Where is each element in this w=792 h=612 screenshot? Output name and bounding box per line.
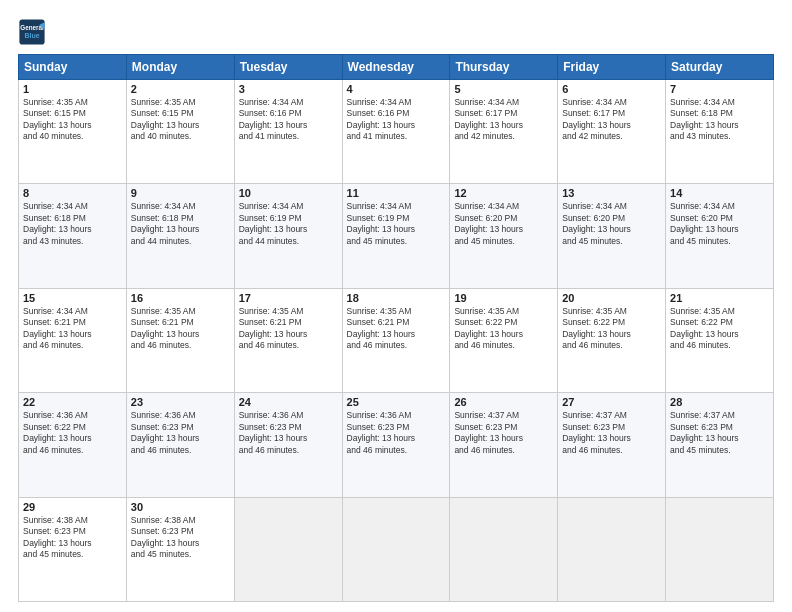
table-row: 13Sunrise: 4:34 AM Sunset: 6:20 PM Dayli… <box>558 184 666 288</box>
col-tuesday: Tuesday <box>234 55 342 80</box>
cell-info: Sunrise: 4:34 AM Sunset: 6:16 PM Dayligh… <box>347 97 446 143</box>
cell-info: Sunrise: 4:34 AM Sunset: 6:16 PM Dayligh… <box>239 97 338 143</box>
cell-info: Sunrise: 4:34 AM Sunset: 6:17 PM Dayligh… <box>454 97 553 143</box>
calendar-week-row: 22Sunrise: 4:36 AM Sunset: 6:22 PM Dayli… <box>19 393 774 497</box>
day-number: 29 <box>23 501 122 513</box>
cell-info: Sunrise: 4:34 AM Sunset: 6:20 PM Dayligh… <box>454 201 553 247</box>
day-number: 15 <box>23 292 122 304</box>
cell-info: Sunrise: 4:35 AM Sunset: 6:15 PM Dayligh… <box>131 97 230 143</box>
cell-info: Sunrise: 4:37 AM Sunset: 6:23 PM Dayligh… <box>670 410 769 456</box>
day-number: 24 <box>239 396 338 408</box>
logo: General Blue <box>18 18 50 46</box>
table-row: 20Sunrise: 4:35 AM Sunset: 6:22 PM Dayli… <box>558 288 666 392</box>
day-number: 30 <box>131 501 230 513</box>
day-number: 10 <box>239 187 338 199</box>
col-saturday: Saturday <box>666 55 774 80</box>
day-number: 23 <box>131 396 230 408</box>
day-number: 8 <box>23 187 122 199</box>
table-row <box>342 497 450 601</box>
table-row: 22Sunrise: 4:36 AM Sunset: 6:22 PM Dayli… <box>19 393 127 497</box>
day-number: 14 <box>670 187 769 199</box>
cell-info: Sunrise: 4:34 AM Sunset: 6:18 PM Dayligh… <box>670 97 769 143</box>
cell-info: Sunrise: 4:34 AM Sunset: 6:20 PM Dayligh… <box>562 201 661 247</box>
svg-text:Blue: Blue <box>24 32 39 39</box>
table-row: 18Sunrise: 4:35 AM Sunset: 6:21 PM Dayli… <box>342 288 450 392</box>
cell-info: Sunrise: 4:35 AM Sunset: 6:21 PM Dayligh… <box>131 306 230 352</box>
cell-info: Sunrise: 4:35 AM Sunset: 6:22 PM Dayligh… <box>454 306 553 352</box>
col-thursday: Thursday <box>450 55 558 80</box>
day-number: 1 <box>23 83 122 95</box>
table-row: 24Sunrise: 4:36 AM Sunset: 6:23 PM Dayli… <box>234 393 342 497</box>
logo-icon: General Blue <box>18 18 46 46</box>
day-number: 22 <box>23 396 122 408</box>
table-row: 7Sunrise: 4:34 AM Sunset: 6:18 PM Daylig… <box>666 80 774 184</box>
table-row: 2Sunrise: 4:35 AM Sunset: 6:15 PM Daylig… <box>126 80 234 184</box>
table-row: 19Sunrise: 4:35 AM Sunset: 6:22 PM Dayli… <box>450 288 558 392</box>
cell-info: Sunrise: 4:38 AM Sunset: 6:23 PM Dayligh… <box>131 515 230 561</box>
table-row: 29Sunrise: 4:38 AM Sunset: 6:23 PM Dayli… <box>19 497 127 601</box>
day-number: 19 <box>454 292 553 304</box>
col-friday: Friday <box>558 55 666 80</box>
col-wednesday: Wednesday <box>342 55 450 80</box>
cell-info: Sunrise: 4:35 AM Sunset: 6:21 PM Dayligh… <box>239 306 338 352</box>
day-number: 6 <box>562 83 661 95</box>
cell-info: Sunrise: 4:34 AM Sunset: 6:19 PM Dayligh… <box>347 201 446 247</box>
calendar-week-row: 29Sunrise: 4:38 AM Sunset: 6:23 PM Dayli… <box>19 497 774 601</box>
cell-info: Sunrise: 4:34 AM Sunset: 6:18 PM Dayligh… <box>23 201 122 247</box>
table-row: 27Sunrise: 4:37 AM Sunset: 6:23 PM Dayli… <box>558 393 666 497</box>
day-number: 5 <box>454 83 553 95</box>
table-row: 14Sunrise: 4:34 AM Sunset: 6:20 PM Dayli… <box>666 184 774 288</box>
cell-info: Sunrise: 4:35 AM Sunset: 6:21 PM Dayligh… <box>347 306 446 352</box>
table-row: 9Sunrise: 4:34 AM Sunset: 6:18 PM Daylig… <box>126 184 234 288</box>
day-number: 12 <box>454 187 553 199</box>
col-monday: Monday <box>126 55 234 80</box>
cell-info: Sunrise: 4:36 AM Sunset: 6:22 PM Dayligh… <box>23 410 122 456</box>
cell-info: Sunrise: 4:37 AM Sunset: 6:23 PM Dayligh… <box>454 410 553 456</box>
cell-info: Sunrise: 4:35 AM Sunset: 6:15 PM Dayligh… <box>23 97 122 143</box>
table-row: 3Sunrise: 4:34 AM Sunset: 6:16 PM Daylig… <box>234 80 342 184</box>
day-number: 3 <box>239 83 338 95</box>
cell-info: Sunrise: 4:35 AM Sunset: 6:22 PM Dayligh… <box>562 306 661 352</box>
table-row: 21Sunrise: 4:35 AM Sunset: 6:22 PM Dayli… <box>666 288 774 392</box>
day-number: 21 <box>670 292 769 304</box>
table-row <box>558 497 666 601</box>
day-number: 28 <box>670 396 769 408</box>
table-row: 17Sunrise: 4:35 AM Sunset: 6:21 PM Dayli… <box>234 288 342 392</box>
table-row: 15Sunrise: 4:34 AM Sunset: 6:21 PM Dayli… <box>19 288 127 392</box>
day-number: 13 <box>562 187 661 199</box>
header: General Blue <box>18 18 774 46</box>
calendar-header-row: Sunday Monday Tuesday Wednesday Thursday… <box>19 55 774 80</box>
table-row: 4Sunrise: 4:34 AM Sunset: 6:16 PM Daylig… <box>342 80 450 184</box>
table-row: 11Sunrise: 4:34 AM Sunset: 6:19 PM Dayli… <box>342 184 450 288</box>
table-row: 23Sunrise: 4:36 AM Sunset: 6:23 PM Dayli… <box>126 393 234 497</box>
day-number: 27 <box>562 396 661 408</box>
day-number: 17 <box>239 292 338 304</box>
cell-info: Sunrise: 4:37 AM Sunset: 6:23 PM Dayligh… <box>562 410 661 456</box>
table-row: 1Sunrise: 4:35 AM Sunset: 6:15 PM Daylig… <box>19 80 127 184</box>
col-sunday: Sunday <box>19 55 127 80</box>
table-row: 16Sunrise: 4:35 AM Sunset: 6:21 PM Dayli… <box>126 288 234 392</box>
table-row: 10Sunrise: 4:34 AM Sunset: 6:19 PM Dayli… <box>234 184 342 288</box>
calendar-table: Sunday Monday Tuesday Wednesday Thursday… <box>18 54 774 602</box>
table-row <box>450 497 558 601</box>
cell-info: Sunrise: 4:36 AM Sunset: 6:23 PM Dayligh… <box>347 410 446 456</box>
day-number: 26 <box>454 396 553 408</box>
day-number: 7 <box>670 83 769 95</box>
cell-info: Sunrise: 4:34 AM Sunset: 6:19 PM Dayligh… <box>239 201 338 247</box>
cell-info: Sunrise: 4:36 AM Sunset: 6:23 PM Dayligh… <box>239 410 338 456</box>
table-row: 8Sunrise: 4:34 AM Sunset: 6:18 PM Daylig… <box>19 184 127 288</box>
table-row: 28Sunrise: 4:37 AM Sunset: 6:23 PM Dayli… <box>666 393 774 497</box>
day-number: 20 <box>562 292 661 304</box>
cell-info: Sunrise: 4:34 AM Sunset: 6:20 PM Dayligh… <box>670 201 769 247</box>
day-number: 18 <box>347 292 446 304</box>
day-number: 16 <box>131 292 230 304</box>
day-number: 11 <box>347 187 446 199</box>
day-number: 9 <box>131 187 230 199</box>
cell-info: Sunrise: 4:34 AM Sunset: 6:18 PM Dayligh… <box>131 201 230 247</box>
cell-info: Sunrise: 4:38 AM Sunset: 6:23 PM Dayligh… <box>23 515 122 561</box>
calendar-week-row: 8Sunrise: 4:34 AM Sunset: 6:18 PM Daylig… <box>19 184 774 288</box>
table-row: 5Sunrise: 4:34 AM Sunset: 6:17 PM Daylig… <box>450 80 558 184</box>
day-number: 25 <box>347 396 446 408</box>
calendar-week-row: 15Sunrise: 4:34 AM Sunset: 6:21 PM Dayli… <box>19 288 774 392</box>
table-row: 26Sunrise: 4:37 AM Sunset: 6:23 PM Dayli… <box>450 393 558 497</box>
